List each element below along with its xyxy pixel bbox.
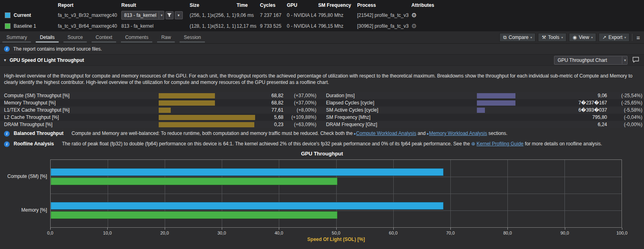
globe-icon: ⊕ <box>471 141 476 147</box>
tick-mark <box>222 228 222 230</box>
tab-session[interactable]: Session <box>177 31 207 43</box>
baseline-color-swatch[interactable] <box>5 23 10 29</box>
chart-bar-current <box>51 202 444 210</box>
memory-workload-analysis-link[interactable]: Memory Workload Analysis <box>429 131 487 136</box>
collapse-chevron-icon[interactable]: ▼ <box>3 58 7 62</box>
y-axis-labels: Compute (SM) [%]Memory [%] <box>0 159 50 228</box>
balanced-title: Balanced Throughput <box>14 131 63 136</box>
kernel-profiling-guide-link[interactable]: Kernel Profiling Guide <box>476 141 523 147</box>
metric-bar <box>477 93 515 98</box>
tab-indicator <box>92 41 116 43</box>
metric-label: Compute (SM) Throughput [%] <box>0 93 159 98</box>
tick-mark <box>622 228 622 230</box>
metric-row: L1/TEX Cache Throughput [%]77,61(+8,00%) <box>0 106 322 114</box>
filter-dropdown-button[interactable]: ▾ <box>175 11 183 19</box>
chart-body: Compute (SM) [%]Memory [%] 0,010,020,030… <box>0 159 622 243</box>
tab-label: Source <box>67 35 83 40</box>
eye-icon: ◉ <box>572 35 577 40</box>
tab-comments[interactable]: Comments <box>119 31 155 43</box>
tab-label: Context <box>96 35 112 40</box>
metric-label: SM Active Cycles [cycle] <box>322 107 477 113</box>
x-axis-title: Speed Of Light (SOL) [%] <box>50 237 622 243</box>
metric-label: DRAM Frequency [Ghz] <box>322 122 477 127</box>
view-button[interactable]: ◉View▾ <box>569 33 596 42</box>
chart-bar-baseline-1 <box>51 178 337 185</box>
baseline-result: 813 - fa_kernel <box>121 23 189 29</box>
tab-summary[interactable]: Summary <box>0 31 33 43</box>
chevron-down-icon: ▾ <box>622 57 626 64</box>
metric-label: L1/TEX Cache Throughput [%] <box>0 107 159 113</box>
compute-workload-analysis-link[interactable]: Compute Workload Analysis <box>356 131 416 136</box>
current-gpu: 0 - NVIDIA L4 <box>286 12 317 18</box>
x-axis-ticks: 0,010,020,030,040,050,060,070,080,090,01… <box>50 228 622 237</box>
roofline-text-after: for more details on roofline analysis. <box>523 141 602 147</box>
chevron-down-icon: ▾ <box>530 36 532 39</box>
metric-delta: (-25,54%) <box>607 93 642 98</box>
compare-button[interactable]: ⧉Compare▾ <box>499 33 536 42</box>
tab-indicator <box>121 41 152 43</box>
metric-delta: (-5,58%) <box>607 107 642 113</box>
tabs: SummaryDetailsSourceContextCommentsRawSe… <box>0 31 207 43</box>
info-icon: i <box>4 141 10 147</box>
col-cycles: Cycles <box>259 2 286 8</box>
filter-button[interactable] <box>166 11 174 19</box>
tick-mark <box>107 228 108 230</box>
tick-mark <box>565 228 565 230</box>
chart-type-select[interactable]: GPU Throughput Chart ▾ <box>554 56 628 65</box>
metric-row: DRAM Throughput [%]0,23(+63,09%) <box>0 121 322 128</box>
toolbar-button-label: Compare <box>509 35 528 40</box>
attributes-gear-icon[interactable]: ⚙ <box>411 12 417 18</box>
current-color-swatch[interactable] <box>5 12 10 18</box>
baseline-report: fa_tc_v3_Br64_maxrregc40 <box>57 23 121 29</box>
metric-bar <box>477 100 515 106</box>
tab-raw[interactable]: Raw <box>155 31 177 43</box>
tools-button[interactable]: ⚒Tools▾ <box>538 33 566 42</box>
tab-indicator <box>2 41 31 43</box>
tab-source[interactable]: Source <box>61 31 89 43</box>
attributes-gear-icon[interactable]: ⚙ <box>411 22 417 29</box>
metric-bar-track <box>477 93 569 98</box>
chart-bar-current <box>51 168 444 176</box>
baseline-process: [30962] profile_fa_tc_v3 <box>356 23 411 29</box>
tick-mark <box>393 228 394 230</box>
tab-details[interactable]: Details <box>33 31 61 43</box>
tools-icon: ⚒ <box>542 35 546 40</box>
roofline-analysis-row: i Roofline Analysis The ratio of peak fl… <box>0 139 644 149</box>
current-label: Current <box>14 12 31 18</box>
kernel-select[interactable]: 813 - fa_kernel ▾ <box>121 11 164 20</box>
tick-label: 20,0 <box>160 231 169 235</box>
roofline-title: Roofline Analysis <box>14 141 54 147</box>
metric-label: L2 Cache Throughput [%] <box>0 114 159 120</box>
page-tab-bar: SummaryDetailsSourceContextCommentsRawSe… <box>0 31 644 44</box>
tab-context[interactable]: Context <box>89 31 119 43</box>
metric-bar <box>477 108 485 113</box>
roofline-text-before: The ratio of peak float (fp32) to double… <box>62 141 471 147</box>
metric-row: L2 Cache Throughput [%]5,68(+109,88%) <box>0 114 322 121</box>
notice-text: The report contains imported source file… <box>13 46 102 52</box>
baseline-sm-frequency: 796,15 Mhz <box>317 23 356 29</box>
sol-section-header[interactable]: ▼ GPU Speed Of Light Throughput GPU Thro… <box>0 55 644 66</box>
tick-label: 0,0 <box>47 231 53 235</box>
col-report: Report <box>57 2 121 8</box>
export-button[interactable]: ↗Export▾ <box>599 33 630 42</box>
tab-indicator <box>36 41 59 43</box>
metric-row: Memory Throughput [%]68,82(+37,00%) <box>0 99 322 106</box>
toolbar: ⧉Compare▾⚒Tools▾◉View▾↗Export▾ <box>499 31 632 43</box>
col-size: Size <box>189 2 236 8</box>
current-row: Current fa_tc_v3_Br32_maxrregc40 813 - f… <box>0 10 644 20</box>
metric-delta: (+37,00%) <box>284 93 317 98</box>
bar-stack <box>51 168 622 185</box>
tick-label: 90,0 <box>560 231 569 235</box>
chevron-down-icon: ▾ <box>624 36 626 39</box>
col-process: Process <box>356 2 411 8</box>
metric-row: SM Frequency [Mhz]795,80(-0,04%) <box>322 114 644 121</box>
menu-icon[interactable]: ≡ <box>635 34 642 41</box>
metric-bar <box>159 122 254 127</box>
current-name-cell: Current <box>0 12 57 18</box>
baseline-row: Baseline 1 fa_tc_v3_Br64_maxrregc40 813 … <box>0 20 644 31</box>
section-title: GPU Speed Of Light Throughput <box>10 57 84 63</box>
plot-area <box>50 159 622 228</box>
bar-stack <box>51 202 622 219</box>
comment-button[interactable] <box>631 57 641 64</box>
metric-value: 77,61 <box>260 107 284 113</box>
